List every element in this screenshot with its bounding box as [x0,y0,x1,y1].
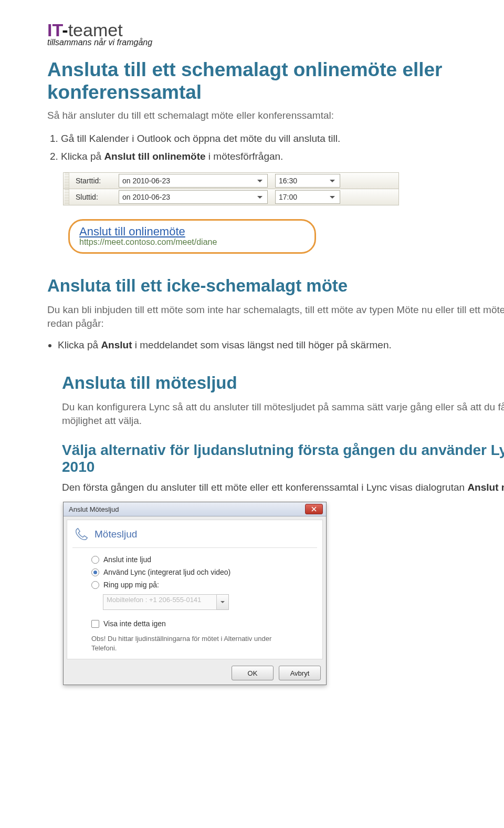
logo-it: IT [47,20,62,40]
checkbox-icon [91,620,99,628]
join-online-meeting-link[interactable]: Anslut till onlinemöte [79,225,305,239]
grip-icon [65,189,69,205]
logo-tagline: tillsammans når vi framgång [47,38,504,47]
radio-use-lync[interactable]: Använd Lync (integrerat ljud och video) [91,568,317,576]
dialog-intro: Den första gången du ansluter till ett m… [62,481,504,494]
dialog-heading: Mötesljud [94,529,137,540]
start-date-field[interactable]: on 2010-06-23 [119,174,268,188]
logo: IT-teamet tillsammans når vi framgång [47,21,504,47]
start-time-field[interactable]: 16:30 [275,174,340,188]
radio-icon [91,556,99,564]
phone-number-combo[interactable]: Mobiltelefon : +1 206-555-0141 [103,594,229,610]
cancel-button[interactable]: Avbryt [279,666,321,680]
dialog-title: Anslut Mötesljud [69,505,305,513]
logo-dash: - [62,20,68,40]
dialog-header: Mötesljud [72,524,317,548]
heading-audio: Ansluta till mötesljud [62,373,504,393]
unscheduled-intro: Du kan bli inbjuden till ett möte som in… [47,303,504,330]
end-row: Sluttid: on 2010-06-23 17:00 [63,189,399,205]
ok-button[interactable]: OK [232,666,274,680]
grip-icon [65,173,69,189]
dropdown-icon[interactable] [256,193,264,201]
highlighted-link-oval: Anslut till onlinemöte https://meet.cont… [68,219,316,254]
heading-unscheduled: Ansluta till ett icke-schemalagt möte [47,276,504,296]
start-label: Starttid: [69,177,119,185]
step-list: Gå till Kalender i Outlook och öppna det… [47,132,504,164]
meeting-url[interactable]: https://meet.contoso.com/meet/diane [79,237,305,247]
dont-show-again[interactable]: Visa inte detta igen [91,619,317,628]
step-2: Klicka på Anslut till onlinemöte i mötes… [61,150,504,164]
bullet-item: Klicka på Anslut i meddelandet som visas… [58,339,504,351]
dropdown-icon[interactable] [256,177,264,185]
dropdown-icon[interactable] [328,193,337,201]
intro-text: Så här ansluter du till ett schemalagt m… [47,109,504,122]
start-row: Starttid: on 2010-06-23 16:30 [63,172,399,189]
end-date-field[interactable]: on 2010-06-23 [119,190,268,204]
close-button[interactable] [305,504,323,514]
logo-teamet: teamet [68,20,123,40]
dialog-note: Obs! Du hittar ljudinställningarna för m… [91,634,317,653]
end-time-field[interactable]: 17:00 [275,190,340,204]
radio-no-audio[interactable]: Anslut inte ljud [91,555,317,564]
dropdown-icon[interactable] [328,177,337,185]
step-1: Gå till Kalender i Outlook och öppna det… [61,132,504,146]
dropdown-button[interactable] [217,594,229,610]
radio-selected-icon [91,568,99,576]
heading-1: Ansluta till ett schemalagt onlinemöte e… [47,59,504,104]
radio-call-me[interactable]: Ring upp mig på: [91,581,317,589]
join-audio-dialog: Anslut Mötesljud Mötesljud Anslut inte l… [63,502,327,685]
outlook-screenshot: Starttid: on 2010-06-23 16:30 Sluttid: o… [63,172,399,254]
dialog-titlebar: Anslut Mötesljud [64,502,326,516]
phone-input[interactable]: Mobiltelefon : +1 206-555-0141 [103,594,217,610]
audio-intro: Du kan konfigurera Lync så att du anslut… [62,400,504,427]
end-label: Sluttid: [69,193,119,201]
radio-icon [91,581,99,589]
heading-first-time: Välja alternativ för ljudanslutning förs… [62,442,504,475]
phone-icon [74,526,89,542]
bullet-list: Klicka på Anslut i meddelandet som visas… [47,339,504,351]
